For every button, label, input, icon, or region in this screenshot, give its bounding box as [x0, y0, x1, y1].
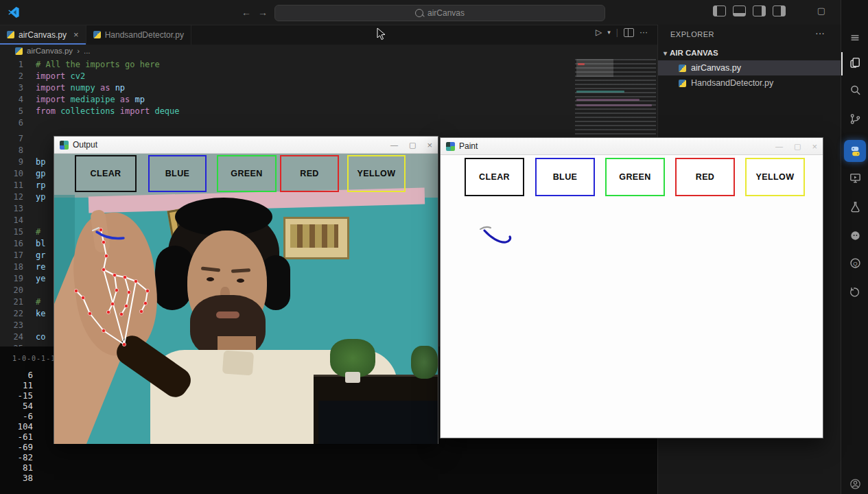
code-token: mp [135, 95, 145, 104]
terminal-values: 611-1554-6104-61-69-828138 [3, 370, 33, 483]
minimize-icon[interactable]: — [390, 141, 398, 149]
eye-right [237, 279, 244, 283]
activity-bar: Q [841, 0, 868, 494]
window-restore-button[interactable]: ▢ [817, 5, 825, 16]
file-name: airCanvas.py [691, 63, 741, 73]
terminal-value: 104 [3, 421, 33, 432]
code-fragment: yp [36, 191, 45, 203]
search-icon[interactable] [847, 82, 863, 97]
nav-back-icon[interactable]: ← [242, 6, 251, 19]
plant-pot [345, 372, 360, 383]
shirt-collar [222, 351, 254, 376]
line-number: 5 [0, 106, 36, 117]
testing-flask-icon[interactable] [847, 199, 863, 214]
button-label: CLEAR [90, 169, 121, 178]
button-label: RED [300, 169, 319, 178]
code-fragment: co [36, 331, 45, 343]
python-extension-icon[interactable] [844, 140, 866, 162]
tab-bar: airCanvas.py×HandsandDetector.py [0, 25, 657, 45]
line-number: 20 [0, 285, 36, 296]
run-python-file-button[interactable]: ▷ [596, 27, 602, 37]
tab-label: HandsandDetector.py [105, 30, 184, 40]
code-token: deque [154, 106, 179, 116]
line-number: 4 [0, 94, 36, 106]
tab-airCanvas.py[interactable]: airCanvas.py× [0, 25, 86, 45]
line-number: 16 [0, 238, 36, 250]
terminal-value: -69 [3, 442, 33, 452]
breadcrumb-file: airCanvas.py [27, 47, 73, 55]
code-line: 2import cv2 [0, 71, 576, 82]
code-token: collections [60, 106, 120, 116]
maximize-icon[interactable]: ▢ [409, 141, 416, 150]
command-center-search[interactable]: airCanvas [274, 5, 605, 21]
explorer-icon[interactable] [847, 55, 863, 70]
remote-monitor-icon[interactable] [847, 170, 863, 185]
file-HandsandDetector.py[interactable]: HandsandDetector.py [658, 75, 841, 91]
maximize-icon[interactable]: ▢ [794, 142, 801, 151]
close-icon[interactable]: × [812, 141, 817, 152]
q-badge-icon[interactable]: Q [847, 255, 863, 270]
active-view-indicator [841, 52, 843, 75]
file-airCanvas.py[interactable]: airCanvas.py [658, 60, 841, 75]
close-icon[interactable]: × [427, 140, 432, 150]
code-fragment: gp [36, 168, 45, 180]
eye-left [207, 277, 214, 281]
folder-air-canvas[interactable]: ▾ AIR CANVAS [658, 45, 841, 60]
line-number: 1 [0, 59, 36, 71]
tab-HandsandDetector.py[interactable]: HandsandDetector.py [86, 25, 191, 45]
canvas-button-blue: BLUE [148, 155, 207, 192]
line-number: 22 [0, 308, 36, 320]
folder-name: AIR CANVAS [670, 49, 718, 57]
vscode-window: ← → airCanvas ▢ × airCanvas.py×HandsandD… [0, 0, 868, 494]
source-control-icon[interactable] [847, 111, 863, 126]
mouse-cursor [377, 27, 386, 41]
canvas-button-blue: BLUE [535, 158, 595, 196]
terminal-value: -61 [3, 432, 33, 442]
toggle-sidebar-icon[interactable] [713, 5, 726, 16]
line-number: 9 [0, 156, 36, 168]
code-token: # All the imports go here [36, 60, 160, 69]
minimize-icon[interactable]: — [775, 142, 783, 150]
breadcrumb[interactable]: airCanvas.py › ... [15, 47, 91, 55]
code-token: as [120, 95, 135, 104]
canvas-button-clear: CLEAR [465, 158, 524, 196]
customize-layout-icon[interactable] [773, 5, 786, 16]
line-number: 19 [0, 273, 36, 285]
paint-window-titlebar[interactable]: Paint — ▢ × [441, 138, 823, 155]
terminal-value: -82 [3, 452, 33, 462]
button-label: CLEAR [479, 172, 510, 182]
account-icon[interactable] [847, 476, 863, 491]
python-file-icon [15, 47, 23, 55]
nav-forward-icon[interactable]: → [258, 6, 268, 19]
minimap[interactable] [575, 59, 656, 136]
opencv-window-icon [446, 142, 455, 151]
paint-window-title: Paint [459, 141, 478, 151]
code-fragment: ke [36, 308, 45, 320]
history-icon[interactable] [847, 284, 863, 299]
terminal-value: 11 [3, 380, 33, 390]
button-label: GREEN [619, 172, 650, 182]
line-number: 7 [0, 133, 36, 145]
code-token: import [36, 95, 71, 104]
toggle-panel-icon[interactable] [733, 5, 746, 16]
code-text: from collections import deque [36, 106, 180, 117]
code-token: numpy [71, 83, 100, 93]
output-window-titlebar[interactable]: Output — ▢ × [54, 137, 438, 154]
editor-more-actions-icon[interactable]: ··· [640, 27, 648, 37]
code-token: mediapipe [71, 95, 120, 104]
minimap-line [576, 91, 624, 93]
close-icon[interactable]: × [73, 30, 79, 40]
code-token: cv2 [71, 71, 86, 81]
chevron-down-icon: ▾ [664, 49, 667, 57]
run-dropdown-icon[interactable]: ▾ [607, 29, 611, 36]
line-number: 18 [0, 261, 36, 273]
assistant-circle-icon[interactable] [847, 228, 863, 243]
output-window-title: Output [73, 140, 97, 150]
webcam-feed: CLEARBLUEGREENREDYELLOW [54, 154, 438, 444]
explorer-more-actions-icon[interactable]: ··· [815, 27, 825, 38]
search-icon [415, 9, 423, 17]
toggle-secondary-sidebar-icon[interactable] [753, 5, 766, 16]
split-editor-icon[interactable] [624, 28, 634, 37]
button-label: GREEN [231, 169, 262, 178]
menu-icon[interactable] [847, 30, 863, 45]
